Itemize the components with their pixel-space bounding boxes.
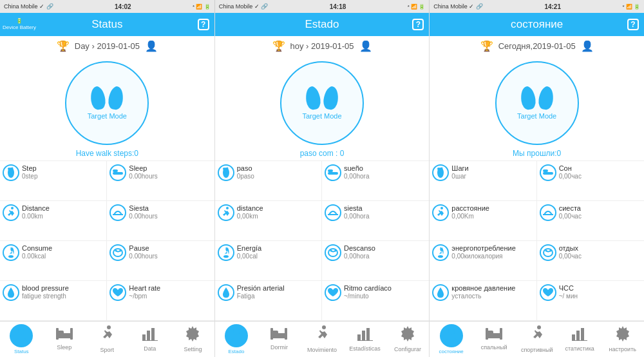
nav-item-0-1[interactable]: Sleep [43, 322, 86, 357]
stat-value-2-7: ~/ мин [559, 293, 578, 300]
stat-label-2-6: кровяное давление [451, 284, 515, 293]
time-2: 14:21 [544, 3, 561, 10]
stat-item-0-2: Distance 0.00km [0, 201, 107, 241]
nav-item-1-3[interactable]: Estadísticas [343, 322, 386, 357]
stats-grid-1: paso 0paso sueño 0,00hora distance 0,00k… [215, 160, 430, 321]
stat-item-1-5: Descanso 0,00hora [322, 241, 429, 281]
nav-label-0-1: Sleep [57, 344, 71, 351]
stat-icon-0-2 [3, 204, 19, 221]
nav-item-2-3[interactable]: статистика [558, 322, 601, 357]
nav-item-1-1[interactable]: Dormir [258, 322, 301, 357]
svg-rect-52 [366, 328, 370, 341]
stat-label-1-6: Presión arterial [237, 284, 285, 293]
stat-item-0-4: Consume 0.00kcal [0, 241, 107, 281]
target-mode-0: Target Mode [88, 112, 127, 120]
svg-point-1 [8, 168, 10, 170]
stat-label-0-3: Siesta [129, 204, 157, 213]
nav-label-2-0: состояние [439, 349, 463, 354]
nav-section-1: Estado Dormir Movimiento Estadísticas [215, 322, 430, 357]
nav-item-0-4[interactable]: Setting [171, 322, 214, 357]
stat-icon-1-5 [325, 244, 341, 261]
svg-rect-63 [581, 328, 584, 341]
svg-point-31 [545, 250, 547, 252]
svg-rect-25 [543, 172, 553, 175]
stat-text-0-1: Sleep 0.00hours [129, 164, 157, 180]
panel-title-0: Status [91, 18, 122, 31]
nav-item-0-2[interactable]: Sport [86, 322, 129, 357]
stat-icon-0-1 [109, 164, 126, 181]
stat-text-1-7: Ritmo cardíaco ~/minuto [344, 284, 392, 300]
stats-grid-2: Шаги 0шаг Сон 0,00час расстояние 0,00Km [430, 160, 644, 321]
nav-active-icon-1-0 [225, 324, 248, 347]
steps-circle-1: Target Mode [280, 61, 364, 145]
stat-label-1-0: paso [237, 164, 254, 173]
stat-icon-2-2 [432, 204, 449, 221]
steps-circle-2: Target Mode [495, 61, 579, 145]
panel-status-es: Estado? 🏆 hoy › 2019-01-05 👤 Target Mode… [215, 13, 430, 321]
stat-icon-1-3 [325, 204, 341, 221]
stat-value-1-3: 0,00hora [344, 213, 369, 220]
stat-item-2-7: ЧСС ~/ мин [537, 281, 644, 321]
nav-section-0: Status Sleep Sport Data [0, 322, 215, 357]
svg-rect-50 [357, 334, 361, 341]
nav-item-1-2[interactable]: Movimiento [301, 322, 344, 357]
nav-item-0-0[interactable]: Status [0, 322, 43, 357]
stat-value-0-6: fatigue strength [22, 293, 69, 300]
stat-icon-2-5 [540, 244, 556, 261]
nav-icon-2-3 [572, 327, 587, 344]
status-icons-1: * 📶 🔋 [408, 4, 426, 10]
stat-label-1-4: Energía [237, 244, 262, 253]
stat-label-1-3: siesta [344, 204, 369, 213]
nav-item-2-0[interactable]: состояние [430, 322, 473, 357]
stat-text-2-2: расстояние 0,00Km [451, 204, 489, 220]
nav-label-0-4: Setting [184, 346, 202, 352]
stat-label-2-4: энергопотребление [451, 244, 515, 253]
nav-item-1-4[interactable]: Configurar [386, 322, 430, 357]
stat-value-1-6: Fatiga [237, 293, 285, 300]
help-button-1[interactable]: ? [412, 19, 424, 30]
nav-icon-1-2 [316, 325, 328, 345]
svg-point-32 [549, 250, 551, 252]
time-1: 14:18 [330, 3, 346, 10]
nav-label-0-0: Status [14, 349, 29, 354]
status-bar-0: China Mobile ✓ 🔗 14:02 * 📶 🔋 [0, 0, 215, 13]
nav-active-icon-2-0 [440, 324, 463, 347]
svg-point-7 [8, 255, 14, 258]
stat-label-2-5: отдых [559, 244, 582, 253]
stat-value-0-5: 0.00hours [129, 253, 157, 260]
panel-status-en: 🔋 Device Battery Status? 🏆 Day › 2019-01… [0, 13, 215, 321]
stat-text-0-2: Distance 0.00km [22, 204, 50, 220]
svg-rect-62 [576, 331, 580, 341]
nav-label-2-3: статистика [565, 345, 594, 352]
nav-item-0-3[interactable]: Data [129, 322, 172, 357]
stat-icon-1-4 [218, 244, 234, 261]
stat-label-0-4: Consume [22, 244, 52, 253]
stat-label-0-5: Pause [129, 244, 157, 253]
nav-label-1-0: Estado [228, 349, 244, 354]
stat-item-2-4: энергопотребление 0,00килокалория [430, 241, 536, 281]
stat-item-1-1: sueño 0,00hora [322, 161, 429, 201]
stat-text-2-5: отдых 0,00час [559, 244, 582, 260]
nav-icon-0-3 [142, 327, 158, 344]
target-mode-2: Target Mode [517, 112, 556, 120]
svg-point-23 [437, 168, 440, 170]
stat-text-0-6: blood pressure fatigue strength [22, 284, 69, 300]
nav-label-1-3: Estadísticas [349, 345, 381, 352]
nav-icon-0-1 [56, 328, 73, 343]
svg-point-8 [113, 249, 122, 256]
stat-value-1-1: 0,00hora [344, 173, 369, 180]
stat-value-1-7: ~/minuto [344, 293, 392, 300]
stat-value-0-7: ~/bpm [129, 293, 160, 300]
nav-item-2-4[interactable]: настроить [601, 322, 644, 357]
help-button-0[interactable]: ? [198, 19, 209, 30]
svg-point-10 [120, 250, 122, 252]
nav-item-2-2[interactable]: спортивный [515, 322, 558, 357]
nav-icon-1-3 [357, 327, 373, 344]
status-icons-0: * 📶 🔋 [193, 4, 211, 10]
nav-item-1-0[interactable]: Estado [215, 322, 258, 357]
help-button-2[interactable]: ? [627, 19, 639, 30]
stat-text-0-0: Step 0step [22, 164, 37, 180]
nav-item-2-1[interactable]: спальный [473, 322, 516, 357]
steps-summary-2: Мы прошли:0 [430, 148, 644, 160]
stat-text-1-0: paso 0paso [237, 164, 254, 180]
